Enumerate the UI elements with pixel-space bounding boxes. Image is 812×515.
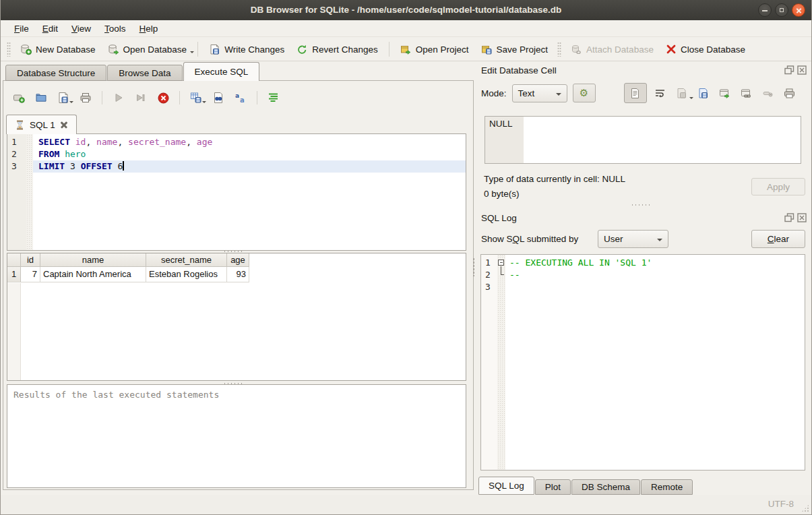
menu-tools[interactable]: Tools xyxy=(98,22,133,35)
import-cell-data-button xyxy=(673,84,691,102)
stop-execution-button[interactable] xyxy=(156,90,170,105)
close-database-button[interactable]: Close Database xyxy=(660,41,751,57)
menu-edit[interactable]: Edit xyxy=(36,22,65,35)
main-tabbar: Database Structure Browse Data Execute S… xyxy=(5,62,260,81)
row-number-cell[interactable]: 1 xyxy=(7,267,21,282)
cell-id[interactable]: 7 xyxy=(21,267,40,282)
tab-database-structure[interactable]: Database Structure xyxy=(5,65,106,81)
tab-remote[interactable]: Remote xyxy=(641,479,693,495)
resize-grip[interactable] xyxy=(801,504,809,512)
word-wrap-button[interactable] xyxy=(266,90,281,105)
sql-toolbar: aa xyxy=(11,89,281,107)
save-sql-file-icon xyxy=(57,92,69,104)
cell-word-wrap-button[interactable] xyxy=(651,84,670,102)
print-cell-button[interactable] xyxy=(780,84,799,102)
save-sql-file-button[interactable] xyxy=(56,90,71,105)
revert-changes-label: Revert Changes xyxy=(312,44,378,55)
tab-plot[interactable]: Plot xyxy=(535,479,571,495)
open-in-editor-button[interactable] xyxy=(211,90,226,105)
dock-tabbar: SQL Log Plot DB Schema Remote xyxy=(478,477,693,495)
minimize-icon[interactable] xyxy=(758,3,772,17)
revert-changes-button[interactable]: Revert Changes xyxy=(290,41,384,58)
new-sql-tab-button[interactable] xyxy=(11,90,26,105)
window-arrow-icon xyxy=(719,88,730,99)
open-database-dropdown-icon[interactable] xyxy=(190,51,194,55)
text-mode-button[interactable] xyxy=(624,83,647,103)
tab-execute-sql[interactable]: Execute SQL xyxy=(183,62,260,81)
window-title: DB Browser for SQLite - /home/user/code/… xyxy=(1,0,811,20)
statusbar: UTF-8 xyxy=(1,495,811,514)
close-icon[interactable] xyxy=(792,3,805,17)
cell-secret-name[interactable]: Esteban Rogelios xyxy=(146,267,227,282)
maximize-icon[interactable] xyxy=(775,3,788,17)
attach-database-icon xyxy=(571,44,582,55)
dock-close-icon[interactable] xyxy=(797,65,807,75)
save-project-button[interactable]: Save Project xyxy=(475,41,555,58)
execute-line-button xyxy=(133,90,148,105)
vertical-splitter-handle[interactable] xyxy=(472,258,475,276)
fold-marker-icon[interactable] xyxy=(498,260,504,266)
dock-float-icon[interactable] xyxy=(784,65,794,75)
sql-log-view[interactable]: 1 2 3 -- EXECUTING ALL IN 'SQL 1' -- xyxy=(480,254,805,471)
save-project-label: Save Project xyxy=(497,44,549,55)
format-sql-button[interactable]: aa xyxy=(233,90,248,105)
right-dock: Edit Database Cell Mode: Text ⚙ xyxy=(476,62,811,495)
sql-editor[interactable]: 1 2 3 SELECT id, name, secret_name, age … xyxy=(7,133,466,251)
corner-header-cell xyxy=(7,253,21,267)
sql-log-dock-header: SQL Log xyxy=(481,211,807,224)
edit-cell-dock-header: Edit Database Cell xyxy=(481,63,807,77)
open-url-button[interactable] xyxy=(737,84,756,102)
cell-editor[interactable]: NULL xyxy=(485,116,801,164)
column-header-id[interactable]: id xyxy=(21,253,40,267)
sql-tab-close-icon[interactable] xyxy=(60,121,68,129)
mode-select[interactable]: Text xyxy=(512,84,567,102)
set-as-button[interactable] xyxy=(716,84,735,102)
apply-mode-button[interactable]: ⚙ xyxy=(573,84,596,102)
export-dropdown-icon[interactable] xyxy=(202,101,206,105)
tab-sql-log[interactable]: SQL Log xyxy=(478,477,534,495)
new-database-button[interactable]: New Database xyxy=(14,41,102,58)
sql-toolbar-separator xyxy=(102,91,102,104)
export-cell-data-button[interactable] xyxy=(694,84,713,102)
attach-database-label: Attach Database xyxy=(586,44,654,55)
dock-float-icon[interactable] xyxy=(784,213,794,222)
menu-help[interactable]: Help xyxy=(133,22,165,35)
tab-db-schema[interactable]: DB Schema xyxy=(571,479,640,495)
sql-log-filter-row: Show SQL submitted by User Clear xyxy=(476,230,811,249)
cell-name[interactable]: Captain North America xyxy=(40,267,146,282)
sql-file-tab[interactable]: SQL 1 xyxy=(6,115,77,134)
clear-log-button[interactable]: Clear xyxy=(751,230,805,248)
open-project-button[interactable]: Open Project xyxy=(394,41,475,58)
write-changes-button[interactable]: Write Changes xyxy=(203,41,290,58)
chevron-down-icon xyxy=(556,93,561,98)
toolbar-handle[interactable] xyxy=(557,42,561,57)
toolbar-handle[interactable] xyxy=(7,42,11,57)
results-table[interactable]: id name secret_name age 1 7 Captain Nort… xyxy=(7,253,466,381)
sql-code[interactable]: SELECT id, name, secret_name, age FROM h… xyxy=(33,134,466,250)
column-header-age[interactable]: age xyxy=(227,253,249,267)
open-sql-file-button[interactable] xyxy=(34,90,49,105)
print-sql-button[interactable] xyxy=(78,90,93,105)
column-header-secret-name[interactable]: secret_name xyxy=(146,253,227,267)
save-project-icon xyxy=(481,44,493,55)
save-sql-dropdown-icon[interactable] xyxy=(69,101,73,105)
open-database-button[interactable]: Open Database xyxy=(102,41,193,58)
close-database-icon xyxy=(666,44,677,55)
titlebar: DB Browser for SQLite - /home/user/code/… xyxy=(1,0,811,20)
column-header-name[interactable]: name xyxy=(40,253,146,267)
export-results-button[interactable] xyxy=(189,90,204,105)
mode-value: Text xyxy=(518,88,535,98)
results-message-area[interactable]: Results of the last executed statements xyxy=(7,384,466,488)
log-filter-value: User xyxy=(604,234,623,244)
splitter-handle[interactable] xyxy=(223,250,243,253)
menu-file[interactable]: File xyxy=(7,22,36,35)
cell-age[interactable]: 93 xyxy=(227,267,249,282)
svg-text:a: a xyxy=(235,92,239,99)
chevron-down-icon xyxy=(657,239,662,244)
tab-browse-data[interactable]: Browse Data xyxy=(107,65,182,81)
menu-view[interactable]: View xyxy=(65,22,98,35)
dock-close-icon[interactable] xyxy=(797,213,807,222)
log-filter-select[interactable]: User xyxy=(598,230,668,248)
cell-editor-gutter: NULL xyxy=(485,117,524,163)
dock-splitter-handle[interactable] xyxy=(631,204,651,206)
